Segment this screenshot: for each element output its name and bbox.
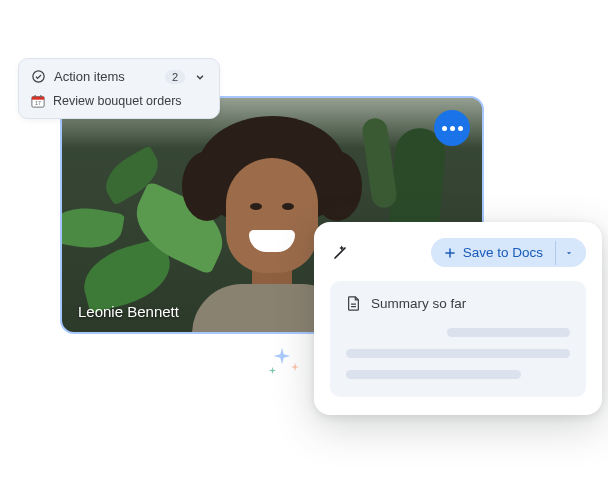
participant-name-label: Leonie Bennett	[78, 303, 179, 320]
svg-rect-4	[40, 95, 41, 98]
summary-title-row: Summary so far	[346, 295, 570, 312]
magic-wand-icon	[330, 243, 350, 263]
document-icon	[346, 295, 361, 312]
svg-text:17: 17	[35, 100, 41, 106]
action-item[interactable]: 17 Review bouquet orders	[31, 94, 207, 108]
sparkle-decoration	[268, 346, 308, 386]
skeleton-line	[346, 370, 521, 379]
action-item-label: Review bouquet orders	[53, 94, 182, 108]
summary-body: Summary so far	[330, 281, 586, 397]
action-items-header[interactable]: Action items 2	[31, 69, 207, 84]
save-to-docs-dropdown[interactable]	[555, 241, 586, 265]
svg-rect-3	[35, 95, 36, 98]
caret-down-icon	[564, 248, 574, 258]
action-items-panel: Action items 2 17 Review bouquet orders	[18, 58, 220, 119]
chevron-down-icon	[193, 70, 207, 84]
save-to-docs-main[interactable]: Save to Docs	[431, 238, 555, 267]
save-to-docs-label: Save to Docs	[463, 245, 543, 260]
action-items-label: Action items	[54, 69, 157, 84]
calendar-icon: 17	[31, 94, 45, 108]
skeleton-line	[447, 328, 570, 337]
skeleton-line	[346, 349, 570, 358]
save-to-docs-button[interactable]: Save to Docs	[431, 238, 586, 267]
summary-header: Save to Docs	[330, 238, 586, 267]
svg-rect-2	[32, 97, 44, 100]
plus-icon	[443, 246, 457, 260]
svg-point-0	[33, 71, 44, 82]
check-circle-icon	[31, 69, 46, 84]
action-items-count-badge: 2	[165, 70, 185, 84]
summary-title-label: Summary so far	[371, 296, 466, 311]
summary-panel: Save to Docs Summary so far	[314, 222, 602, 415]
more-options-button[interactable]	[434, 110, 470, 146]
